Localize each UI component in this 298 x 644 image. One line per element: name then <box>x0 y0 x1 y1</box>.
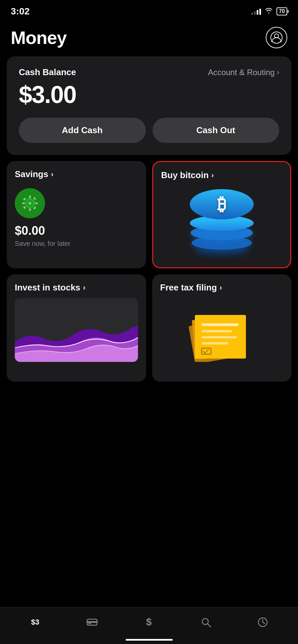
signal-icon <box>251 8 261 15</box>
invest-card[interactable]: Invest in stocks › <box>7 274 146 382</box>
profile-icon <box>270 32 283 44</box>
svg-rect-25 <box>88 623 91 624</box>
svg-rect-6 <box>22 203 25 204</box>
savings-chevron-icon: › <box>51 170 53 179</box>
tax-chevron-icon: › <box>220 283 222 292</box>
svg-rect-19 <box>202 330 232 332</box>
bitcoin-chevron-icon: › <box>211 171 214 180</box>
home-indicator <box>126 639 173 641</box>
nav-item-card[interactable] <box>79 618 105 627</box>
svg-rect-7 <box>35 203 38 204</box>
nav-item-clock[interactable] <box>249 617 276 628</box>
bitcoin-title: Buy bitcoin › <box>161 170 283 180</box>
bitcoin-card[interactable]: Buy bitcoin › ₿ <box>152 161 292 268</box>
savings-subtitle: Save now, for later <box>15 240 71 248</box>
clock-icon <box>257 617 268 628</box>
svg-line-31 <box>263 622 265 624</box>
invest-title: Invest in stocks › <box>15 282 138 293</box>
svg-point-13 <box>28 202 32 205</box>
cash-balance-label: Cash Balance <box>19 67 76 77</box>
bottom-navigation: $3 $ <box>0 607 298 644</box>
wifi-icon <box>264 7 273 16</box>
nav-balance-label: $3 <box>31 618 39 627</box>
svg-rect-21 <box>202 342 228 344</box>
battery-icon: 70 <box>276 7 287 15</box>
invest-chevron-icon: › <box>83 283 85 292</box>
svg-line-28 <box>208 624 211 627</box>
account-routing-text: Account & Routing <box>208 68 275 77</box>
svg-rect-20 <box>202 336 237 338</box>
account-routing-link[interactable]: Account & Routing › <box>208 68 279 77</box>
balance-amount: $3.00 <box>19 81 279 108</box>
tax-title: Free tax filing › <box>160 282 284 293</box>
status-icons: 70 <box>251 7 287 16</box>
savings-icon <box>15 188 45 218</box>
savings-amount: $0.00 <box>15 224 45 238</box>
action-buttons: Add Cash Cash Out <box>19 118 279 143</box>
nav-item-dollar[interactable]: $ <box>135 616 162 628</box>
savings-card[interactable]: Savings › <box>7 161 146 268</box>
svg-rect-4 <box>29 196 31 198</box>
chevron-right-icon: › <box>277 68 279 77</box>
tax-card[interactable]: Free tax filing › <box>152 274 292 382</box>
feature-grid: Savings › <box>7 161 291 382</box>
cash-out-button[interactable]: Cash Out <box>153 118 280 143</box>
svg-rect-24 <box>87 621 97 623</box>
bitcoin-illustration: ₿ <box>161 186 283 250</box>
dollar-icon: $ <box>144 616 154 628</box>
search-icon <box>201 617 211 628</box>
add-cash-button[interactable]: Add Cash <box>19 118 146 143</box>
nav-item-balance[interactable]: $3 <box>22 618 49 627</box>
svg-rect-18 <box>202 323 239 326</box>
cash-balance-card: Cash Balance Account & Routing › $3.00 A… <box>7 56 291 155</box>
nav-item-search[interactable] <box>193 617 219 628</box>
status-time: 3:02 <box>11 6 30 17</box>
svg-rect-5 <box>29 208 31 211</box>
bitcoin-symbol: ₿ <box>217 194 226 214</box>
status-bar: 3:02 70 <box>0 0 298 20</box>
main-content: Cash Balance Account & Routing › $3.00 A… <box>0 56 298 431</box>
tax-illustration <box>160 298 284 362</box>
card-header: Cash Balance Account & Routing › <box>19 67 279 77</box>
invest-chart <box>15 298 138 362</box>
card-icon <box>86 618 98 627</box>
page-title: Money <box>11 27 67 48</box>
svg-text:$: $ <box>146 616 152 627</box>
profile-button[interactable] <box>266 27 287 48</box>
app-header: Money <box>0 20 298 56</box>
savings-title: Savings › <box>15 169 138 179</box>
